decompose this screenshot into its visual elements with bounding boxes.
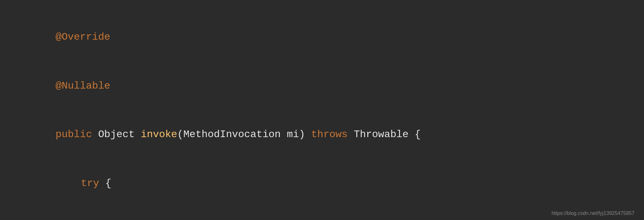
watermark: https://blog.csdn.net/fyj13925475957 xyxy=(551,210,634,216)
throwable-text: Throwable { xyxy=(348,129,421,140)
keyword-public: public xyxy=(55,129,98,140)
line-return: return mi.proceed(); xyxy=(19,208,625,220)
param-method: (MethodInvocation mi) xyxy=(177,129,311,140)
annotation-override: @Override xyxy=(55,31,110,43)
method-invoke: invoke xyxy=(141,129,177,140)
code-block: @Override @Nullable public Object invoke… xyxy=(19,13,625,220)
type-object: Object xyxy=(98,129,141,140)
line-method-sig: public Object invoke(MethodInvocation mi… xyxy=(19,110,625,159)
line-override: @Override xyxy=(19,13,625,62)
keyword-try: try xyxy=(81,177,99,189)
keyword-throws: throws xyxy=(311,129,348,140)
line-nullable: @Nullable xyxy=(19,62,625,110)
annotation-nullable: @Nullable xyxy=(55,80,110,92)
code-container: @Override @Nullable public Object invoke… xyxy=(0,0,644,220)
line-try: try { xyxy=(19,159,625,208)
brace-try-open: { xyxy=(99,177,111,189)
